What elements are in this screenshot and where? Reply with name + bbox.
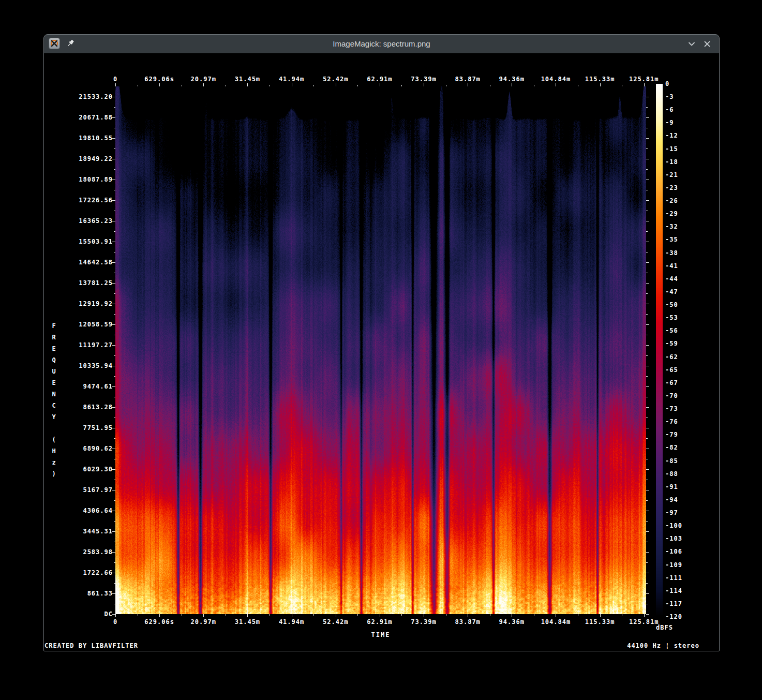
time-tick-mark: [336, 83, 336, 86]
freq-minor-tick: [646, 190, 648, 190]
freq-minor-tick: [646, 521, 648, 522]
freq-tick-mark: [112, 614, 115, 615]
time-minor-tick: [446, 614, 446, 616]
time-tick-mark: [380, 83, 380, 86]
time-tick-label: 0: [113, 76, 117, 83]
imagemagick-window: ImageMagick: spectrum.png 00629.06s629.0…: [43, 34, 720, 651]
freq-tick-mark: [646, 531, 649, 532]
time-tick-label: 73.39m: [411, 76, 436, 83]
time-tick-mark: [600, 614, 601, 617]
db-tick-label: -79: [665, 431, 678, 438]
freq-minor-tick: [114, 376, 115, 377]
freq-minor-tick: [114, 293, 115, 294]
time-minor-tick: [357, 85, 358, 86]
db-tick-label: -38: [665, 249, 678, 257]
freq-minor-tick: [114, 335, 115, 335]
freq-tick-mark: [112, 428, 115, 428]
freq-minor-tick: [114, 107, 115, 108]
freq-tick-mark: [112, 386, 115, 387]
db-tick-label: -70: [665, 392, 678, 399]
freq-tick-label: 14642.58: [44, 259, 113, 266]
time-minor-tick: [490, 85, 490, 86]
freq-minor-tick: [114, 252, 115, 252]
shade-button[interactable]: [687, 39, 696, 49]
freq-tick-mark: [112, 138, 115, 139]
db-tick-label: -106: [665, 548, 682, 555]
db-tick-label: -88: [665, 470, 678, 478]
time-tick-label: 125.81m: [629, 76, 659, 83]
freq-tick-label: 18949.22: [44, 155, 113, 162]
freq-tick-mark: [112, 200, 115, 201]
freq-tick-label: 12919.92: [44, 300, 113, 307]
db-tick-label: -56: [665, 327, 678, 334]
freq-minor-tick: [646, 231, 648, 232]
freq-tick-label: 18087.89: [44, 176, 113, 183]
time-tick-mark: [203, 83, 204, 86]
colorbar-unit-label: dBFS: [656, 624, 673, 631]
freq-minor-tick: [646, 397, 648, 397]
time-minor-tick: [138, 614, 138, 616]
freq-tick-mark: [646, 386, 649, 387]
db-tick-label: -94: [665, 496, 678, 503]
time-tick-label: 125.81m: [629, 618, 659, 625]
freq-tick-mark: [112, 449, 115, 449]
time-tick-mark: [424, 83, 424, 86]
db-tick-label: -53: [665, 314, 678, 321]
time-minor-tick: [578, 614, 578, 616]
stream-info-text: 44100 Hz ¦ stereo: [627, 642, 699, 649]
freq-minor-tick: [646, 293, 648, 294]
time-minor-tick: [401, 85, 402, 86]
freq-minor-tick: [114, 148, 115, 149]
close-button[interactable]: [703, 39, 712, 49]
time-minor-tick: [490, 614, 490, 616]
time-tick-mark: [336, 614, 336, 617]
freq-tick-mark: [646, 469, 649, 470]
db-tick-label: -35: [665, 236, 678, 243]
time-tick-mark: [512, 614, 512, 617]
window-titlebar[interactable]: ImageMagick: spectrum.png: [44, 35, 719, 53]
time-tick-label: 31.45m: [235, 618, 260, 625]
freq-tick-mark: [646, 614, 649, 615]
freq-tick-mark: [112, 242, 115, 242]
time-tick-label: 104.84m: [541, 618, 571, 625]
time-tick-label: 41.94m: [279, 76, 304, 83]
freq-tick-mark: [646, 262, 649, 263]
time-tick-mark: [424, 614, 424, 617]
freq-minor-tick: [114, 583, 115, 584]
spectrogram-plot: [115, 86, 646, 614]
db-tick-label: -59: [665, 340, 678, 347]
db-tick-label: -120: [665, 613, 682, 620]
db-tick-label: -82: [665, 444, 678, 451]
freq-minor-tick: [114, 397, 115, 397]
time-minor-tick: [622, 85, 622, 86]
freq-minor-tick: [114, 480, 115, 480]
freq-tick-mark: [112, 159, 115, 159]
time-minor-tick: [270, 614, 270, 616]
time-tick-mark: [159, 614, 160, 617]
time-minor-tick: [401, 614, 402, 616]
freq-minor-tick: [114, 418, 115, 418]
db-tick-label: -114: [665, 587, 682, 594]
db-tick-label: -85: [665, 457, 678, 465]
freq-minor-tick: [646, 355, 648, 356]
freq-tick-mark: [112, 407, 115, 408]
time-minor-tick: [622, 614, 622, 616]
db-tick-label: -18: [665, 158, 678, 166]
freq-tick-mark: [646, 221, 649, 221]
spectrogram-image: 00629.06s629.06s20.97m20.97m31.45m31.45m…: [44, 53, 719, 650]
x-axis-title: TIME: [115, 631, 646, 638]
freq-tick-mark: [646, 200, 649, 201]
time-tick-mark: [512, 83, 512, 86]
freq-tick-label: 13781.25: [44, 279, 113, 287]
time-tick-label: 94.36m: [499, 618, 525, 625]
freq-tick-mark: [646, 428, 649, 428]
freq-tick-mark: [646, 117, 649, 118]
db-tick-label: -29: [665, 210, 678, 217]
freq-tick-mark: [112, 324, 115, 325]
db-tick-label: -111: [665, 574, 682, 582]
time-tick-mark: [115, 614, 116, 617]
time-tick-label: 20.97m: [191, 618, 216, 625]
freq-tick-mark: [112, 469, 115, 470]
freq-minor-tick: [114, 438, 115, 439]
freq-minor-tick: [646, 376, 648, 377]
